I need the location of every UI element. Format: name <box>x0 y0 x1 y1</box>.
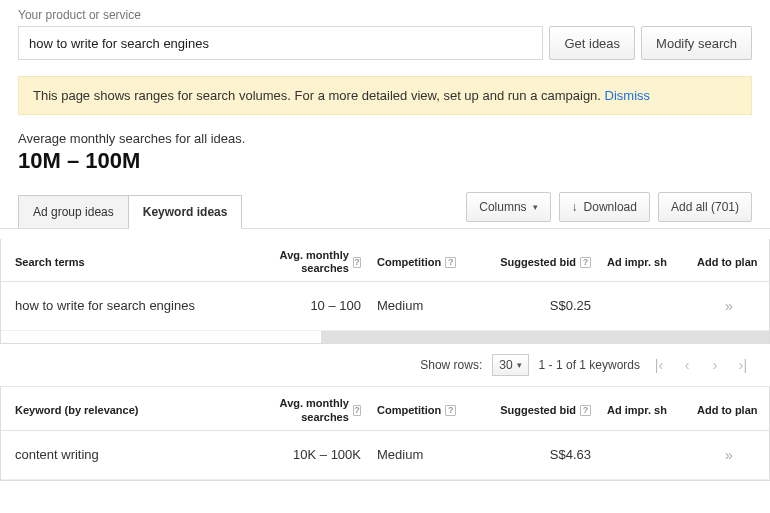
download-label: Download <box>584 200 637 214</box>
avg-label: Average monthly searches for all ideas. <box>18 131 752 146</box>
table-row: content writing 10K – 100K Medium S$4.63… <box>1 431 769 480</box>
info-banner: This page shows ranges for search volume… <box>18 76 752 115</box>
search-terms-table: Search terms Avg. monthly searches ? Com… <box>0 239 770 344</box>
cell-avg: 10 – 100 <box>259 282 369 330</box>
col-avg-monthly[interactable]: Avg. monthly searches ? <box>259 387 369 429</box>
avg-range: 10M – 100M <box>18 148 752 174</box>
columns-label: Columns <box>479 200 526 214</box>
horizontal-scrollbar[interactable] <box>321 331 769 343</box>
pager-last[interactable]: ›| <box>734 357 752 373</box>
banner-text: This page shows ranges for search volume… <box>33 88 605 103</box>
add-to-plan-button[interactable]: » <box>689 431 769 479</box>
col-avg-monthly-label: Avg. monthly searches <box>267 249 349 275</box>
cell-impr <box>599 282 689 330</box>
add-all-button[interactable]: Add all (701) <box>658 192 752 222</box>
col-suggested-bid[interactable]: Suggested bid ? <box>489 387 599 429</box>
col-competition[interactable]: Competition ? <box>369 239 489 281</box>
col-competition-label: Competition <box>377 256 441 269</box>
show-rows-value: 30 <box>499 358 512 372</box>
cell-term: content writing <box>1 431 259 479</box>
product-input[interactable] <box>18 26 543 60</box>
col-keyword[interactable]: Keyword (by relevance) <box>1 387 259 429</box>
col-suggested-bid-label: Suggested bid <box>500 404 576 417</box>
col-ad-impr[interactable]: Ad impr. sh <box>599 387 689 429</box>
download-icon: ↓ <box>572 200 578 214</box>
modify-search-button[interactable]: Modify search <box>641 26 752 60</box>
show-rows-select[interactable]: 30 ▾ <box>492 354 528 376</box>
col-competition-label: Competition <box>377 404 441 417</box>
col-suggested-bid-label: Suggested bid <box>500 256 576 269</box>
col-suggested-bid[interactable]: Suggested bid ? <box>489 239 599 281</box>
cell-competition: Medium <box>369 282 489 330</box>
tab-ad-group-ideas[interactable]: Ad group ideas <box>18 195 129 228</box>
pager-first[interactable]: |‹ <box>650 357 668 373</box>
col-ad-impr[interactable]: Ad impr. sh <box>599 239 689 281</box>
keyword-table: Keyword (by relevance) Avg. monthly sear… <box>0 387 770 480</box>
col-competition[interactable]: Competition ? <box>369 387 489 429</box>
caret-down-icon: ▾ <box>533 202 538 212</box>
add-to-plan-button[interactable]: » <box>689 282 769 330</box>
help-icon[interactable]: ? <box>580 405 591 416</box>
col-add-to-plan: Add to plan <box>689 387 769 429</box>
pager-next[interactable]: › <box>706 357 724 373</box>
download-button[interactable]: ↓ Download <box>559 192 650 222</box>
columns-button[interactable]: Columns ▾ <box>466 192 550 222</box>
cell-term: how to write for search engines <box>1 282 259 330</box>
help-icon[interactable]: ? <box>353 257 361 268</box>
caret-down-icon: ▾ <box>517 360 522 370</box>
dismiss-link[interactable]: Dismiss <box>605 88 651 103</box>
help-icon[interactable]: ? <box>445 257 456 268</box>
help-icon[interactable]: ? <box>580 257 591 268</box>
get-ideas-button[interactable]: Get ideas <box>549 26 635 60</box>
col-avg-monthly-label: Avg. monthly searches <box>267 397 349 423</box>
help-icon[interactable]: ? <box>445 405 456 416</box>
help-icon[interactable]: ? <box>353 405 361 416</box>
cell-impr <box>599 431 689 479</box>
col-avg-monthly[interactable]: Avg. monthly searches ? <box>259 239 369 281</box>
show-rows-label: Show rows: <box>420 358 482 372</box>
col-search-terms[interactable]: Search terms <box>1 239 259 281</box>
pager-prev[interactable]: ‹ <box>678 357 696 373</box>
tab-keyword-ideas[interactable]: Keyword ideas <box>129 195 243 229</box>
cell-bid: S$0.25 <box>489 282 599 330</box>
pagination: Show rows: 30 ▾ 1 - 1 of 1 keywords |‹ ‹… <box>0 344 770 387</box>
pager-status: 1 - 1 of 1 keywords <box>539 358 640 372</box>
cell-competition: Medium <box>369 431 489 479</box>
col-add-to-plan: Add to plan <box>689 239 769 281</box>
table-row: how to write for search engines 10 – 100… <box>1 282 769 331</box>
cell-bid: S$4.63 <box>489 431 599 479</box>
product-label: Your product or service <box>18 8 752 22</box>
cell-avg: 10K – 100K <box>259 431 369 479</box>
